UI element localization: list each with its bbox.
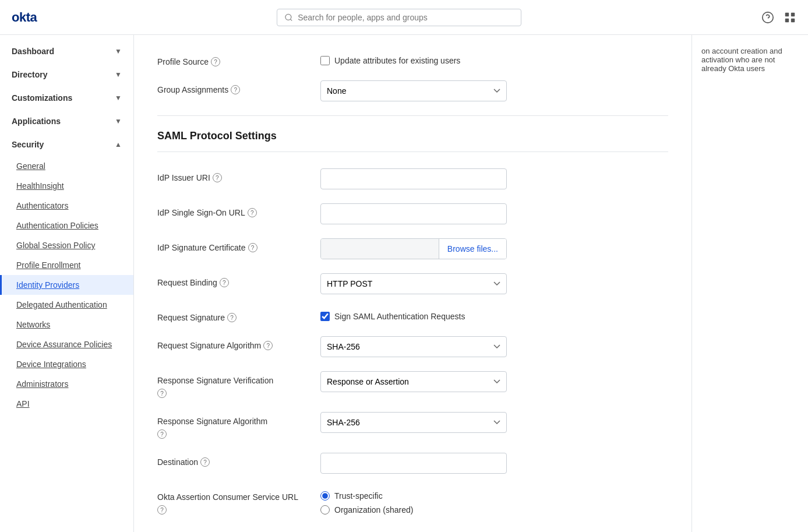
request-binding-row: Request Binding ? HTTP POST HTTP Redirec… [157,273,668,294]
request-signature-help-icon[interactable]: ? [227,313,237,322]
request-signature-control: Sign SAML Authentication Requests [320,308,507,321]
chevron-dashboard: ▼ [115,47,122,55]
response-sig-algorithm-select[interactable]: SHA-256 SHA-1 [320,412,507,433]
profile-source-control: Update attributes for existing users [320,52,507,65]
response-sig-verification-help-icon[interactable]: ? [157,389,167,398]
sidebar-top-customizations[interactable]: Customizations▼ [0,86,133,110]
idp-issuer-uri-help-icon[interactable]: ? [213,173,222,182]
request-signature-checkbox[interactable] [320,312,330,321]
sidebar-item-administrators[interactable]: Administrators [0,374,133,394]
response-sig-algorithm-control[interactable]: SHA-256 SHA-1 [320,412,507,433]
sidebar-item-networks[interactable]: Networks [0,315,133,334]
request-signature-checkbox-label: Sign SAML Authentication Requests [334,312,465,321]
idp-issuer-uri-control[interactable] [320,168,507,189]
file-input-text [321,239,439,259]
chevron-applications: ▼ [115,117,122,125]
idp-sso-url-control[interactable] [320,203,507,224]
group-assignments-select[interactable]: None [320,80,507,101]
idp-signature-cert-help-icon[interactable]: ? [248,243,257,252]
grid-icon [784,11,796,24]
idp-sso-url-help-icon[interactable]: ? [248,208,257,217]
search-bar[interactable] [277,9,521,26]
sidebar-item-global-session-policy[interactable]: Global Session Policy [0,235,133,255]
top-rows: Profile Source ? Update attributes for e… [157,52,668,101]
update-attributes-checkbox[interactable] [320,56,330,65]
destination-control[interactable] [320,453,507,474]
group-assignments-control[interactable]: None [320,80,507,101]
sidebar-label-applications: Applications [12,117,61,126]
svg-point-0 [285,14,291,20]
trust-specific-label: Trust-specific [334,491,383,501]
response-sig-verification-label-wrap: Response Signature Verification ? [157,371,309,398]
idp-issuer-uri-input[interactable] [320,168,507,189]
organization-shared-label: Organization (shared) [334,505,413,515]
update-attributes-area: Update attributes for existing users [320,52,507,65]
idp-sso-url-input[interactable] [320,203,507,224]
sidebar-item-general[interactable]: General [0,156,133,176]
sidebar-section-directory: Directory▼ [0,63,133,86]
sidebar-item-identity-providers[interactable]: Identity Providers [0,275,133,295]
profile-source-row: Profile Source ? Update attributes for e… [157,52,668,66]
request-binding-select[interactable]: HTTP POST HTTP Redirect [320,273,507,294]
request-sig-algorithm-row: Request Signature Algorithm ? SHA-256 SH… [157,336,668,357]
sidebar-section-security: Security▲GeneralHealthInsightAuthenticat… [0,133,133,414]
idp-sso-url-row: IdP Single Sign-On URL ? [157,203,668,224]
organization-shared-radio[interactable] [320,505,330,515]
sidebar-section-customizations: Customizations▼ [0,86,133,110]
profile-source-label: Profile Source ? [157,52,309,66]
sidebar-label-customizations: Customizations [12,93,72,103]
sidebar: Dashboard▼Directory▼Customizations▼Appli… [0,35,134,532]
sidebar-item-authentication-policies[interactable]: Authentication Policies [0,216,133,235]
okta-assertion-control: Trust-specific Organization (shared) [320,488,507,515]
browse-files-button[interactable]: Browse files... [439,239,506,259]
sidebar-label-security: Security [12,140,44,149]
sidebar-label-directory: Directory [12,70,47,79]
sidebar-label-dashboard: Dashboard [12,47,54,56]
sidebar-top-applications[interactable]: Applications▼ [0,110,133,133]
main-content: Profile Source ? Update attributes for e… [134,35,691,532]
request-binding-control[interactable]: HTTP POST HTTP Redirect [320,273,507,294]
apps-grid-button[interactable] [784,11,796,24]
request-signature-row: Request Signature ? Sign SAML Authentica… [157,308,668,322]
request-sig-algorithm-label: Request Signature Algorithm ? [157,336,309,350]
sidebar-item-profile-enrollment[interactable]: Profile Enrollment [0,255,133,275]
help-button[interactable] [761,11,774,24]
sidebar-top-dashboard[interactable]: Dashboard▼ [0,40,133,63]
sidebar-item-device-integrations[interactable]: Device Integrations [0,354,133,374]
trust-specific-radio[interactable] [320,491,330,501]
search-input[interactable] [298,13,514,22]
trust-specific-option: Trust-specific [320,491,507,501]
nav-icons [761,11,796,24]
help-icon [761,11,774,24]
response-sig-verification-select[interactable]: Response or Assertion Response Assertion [320,371,507,392]
idp-signature-cert-control: Browse files... [320,238,507,259]
sidebar-item-device-assurance-policies[interactable]: Device Assurance Policies [0,334,133,354]
request-binding-help-icon[interactable]: ? [220,278,229,287]
idp-signature-cert-row: IdP Signature Certificate ? Browse files… [157,238,668,259]
sidebar-top-directory[interactable]: Directory▼ [0,63,133,86]
destination-help-icon[interactable]: ? [200,457,210,467]
organization-shared-option: Organization (shared) [320,505,507,515]
profile-source-help-icon[interactable]: ? [211,57,220,66]
request-sig-algorithm-control[interactable]: SHA-256 SHA-1 [320,336,507,357]
sign-saml-checkbox-area: Sign SAML Authentication Requests [320,308,507,321]
sidebar-item-healthinsight[interactable]: HealthInsight [0,176,133,196]
response-sig-verification-control[interactable]: Response or Assertion Response Assertion [320,371,507,392]
svg-rect-6 [785,18,789,22]
idp-sso-url-label: IdP Single Sign-On URL ? [157,203,309,217]
group-assignments-help-icon[interactable]: ? [231,85,240,94]
destination-label: Destination ? [157,453,309,467]
destination-input[interactable] [320,453,507,474]
response-sig-algorithm-help-icon[interactable]: ? [157,429,167,439]
sidebar-item-authenticators[interactable]: Authenticators [0,196,133,216]
sidebar-item-api[interactable]: API [0,394,133,414]
sidebar-top-security[interactable]: Security▲ [0,133,133,156]
sidebar-item-delegated-authentication[interactable]: Delegated Authentication [0,295,133,315]
chevron-security: ▲ [115,140,122,149]
request-sig-algorithm-select[interactable]: SHA-256 SHA-1 [320,336,507,357]
idp-issuer-uri-label: IdP Issuer URI ? [157,168,309,182]
svg-rect-5 [791,12,795,16]
okta-assertion-help-icon[interactable]: ? [157,505,167,515]
file-input-area: Browse files... [320,238,507,259]
request-sig-algorithm-help-icon[interactable]: ? [263,341,273,350]
